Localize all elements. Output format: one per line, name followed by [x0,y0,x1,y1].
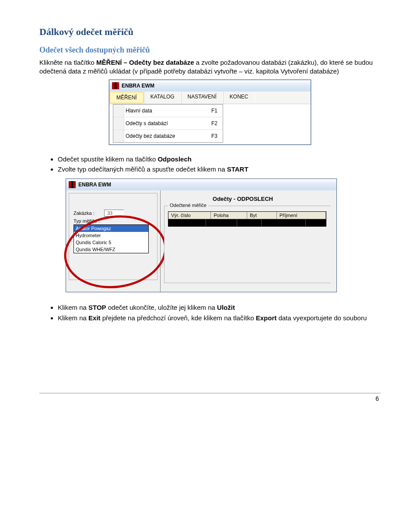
menu-bar: MĚŘENÍ KATALOG NASTAVENÍ KONEC [109,91,311,104]
title-bar: ENBRA EWM [109,80,311,91]
intro-paragraph: Klikněte na tlačítko MĚŘENÍ – Odečty bez… [39,58,381,76]
bold-text: Uložit [217,304,235,311]
menu-item-shortcut: F2 [211,120,219,126]
bullet-list-1: Odečet spustíte klikem na tlačítko Odpos… [39,154,381,175]
menu-item-label: Odečty s databází [126,120,211,126]
text: Klikem na [58,314,88,322]
group-label: Odečtené měřiče [168,203,208,208]
list-item: Zvolte typ odečítaných měřičů a spusťte … [58,165,381,174]
text: Klikněte na tlačítko [39,59,96,66]
menu-dropdown: Hlavní data F1 Odečty s databází F2 Odeč… [113,104,223,143]
typ-merice-label: Typ měřiče : [74,218,153,224]
heading-2: Odečet všech dostupných měřičů [39,46,381,55]
bold-text: Exit [88,314,101,322]
grid-body [168,219,326,226]
list-item: Odečet spustíte klikem na tlačítko Odpos… [58,154,381,164]
bullet-list-2: Klikem na STOP odečet ukončíte, uložíte … [39,303,381,323]
field-label: Zakázka : [74,210,104,216]
screenshot-odposlech-window: ENBRA EWM Zakázka : 33 Typ měřiče : Apat… [66,179,337,292]
column-header[interactable]: Poloha [211,212,247,219]
field-zakazka: Zakázka : 33 [74,210,153,217]
page-number: 6 [375,395,379,402]
heading-1: Dálkový odečet měřičů [39,26,381,38]
title-bar: ENBRA EWM [66,179,336,190]
text: přejdete na předchozí úroveň, kde klikem… [101,314,256,322]
bold-text: MĚŘENÍ – Odečty bez databáze [96,59,194,66]
page-footer: 6 [39,393,381,402]
list-option[interactable]: Qundis WHE/WFZ [74,246,148,253]
list-option[interactable]: Apator Powogaz [74,225,148,232]
text: Klikem na [58,304,88,311]
menu-konec[interactable]: KONEC [223,91,255,104]
list-item: Klikem na Exit přejdete na předchozí úro… [58,313,381,323]
menu-item-hlavni-data[interactable]: Hlavní data F1 [113,105,223,117]
list-item: Klikem na STOP odečet ukončíte, uložíte … [58,303,381,312]
right-panel: Odečty - ODPOSLECH Odečtené měřiče Výr. … [161,190,336,292]
app-logo-icon [112,82,119,89]
menu-item-label: Hlavní data [126,108,211,114]
data-grid: Výr. číslo Poloha Byt Příjmení [168,211,326,227]
list-option[interactable]: Qundis Caloric 5 [74,239,148,246]
bold-text: Odposlech [158,155,192,163]
text: data vyexportujete do souboru [276,314,367,322]
menu-mereni[interactable]: MĚŘENÍ [110,92,144,103]
app-logo-icon [69,181,76,188]
left-panel: Zakázka : 33 Typ měřiče : Apator Powogaz… [66,190,161,292]
column-header[interactable]: Výr. číslo [168,212,211,219]
text: Odečet spustíte klikem na tlačítko [58,155,158,163]
text: Zvolte typ odečítaných měřičů a spusťte … [58,165,227,173]
window-title: ENBRA EWM [78,182,111,188]
menu-item-shortcut: F3 [211,133,219,139]
menu-item-label: Odečty bez databáze [126,133,211,139]
typ-merice-listbox[interactable]: Apator Powogaz Hydrometer Qundis Caloric… [74,224,149,253]
zakazka-value[interactable]: 33 [104,210,124,217]
menu-katalog[interactable]: KATALOG [144,91,181,104]
menu-item-shortcut: F1 [211,108,219,114]
bold-text: STOP [88,304,106,311]
menu-item-odecty-s-databazi[interactable]: Odečty s databází F2 [113,117,223,130]
menu-item-odecty-bez-databaze[interactable]: Odečty bez databáze F3 [113,130,223,142]
window-title: ENBRA EWM [122,83,154,89]
screenshot-menu-window: ENBRA EWM MĚŘENÍ KATALOG NASTAVENÍ KONEC… [109,80,311,145]
bold-text: START [227,165,248,173]
menu-nastaveni[interactable]: NASTAVENÍ [181,91,223,104]
text: odečet ukončíte, uložíte jej klikem na [106,304,217,311]
list-option[interactable]: Hydrometer [74,232,148,239]
column-header[interactable]: Příjmení [277,212,326,219]
grid-header: Výr. číslo Poloha Byt Příjmení [168,212,326,219]
bold-text: Export [256,314,277,322]
column-header[interactable]: Byt [247,212,277,219]
